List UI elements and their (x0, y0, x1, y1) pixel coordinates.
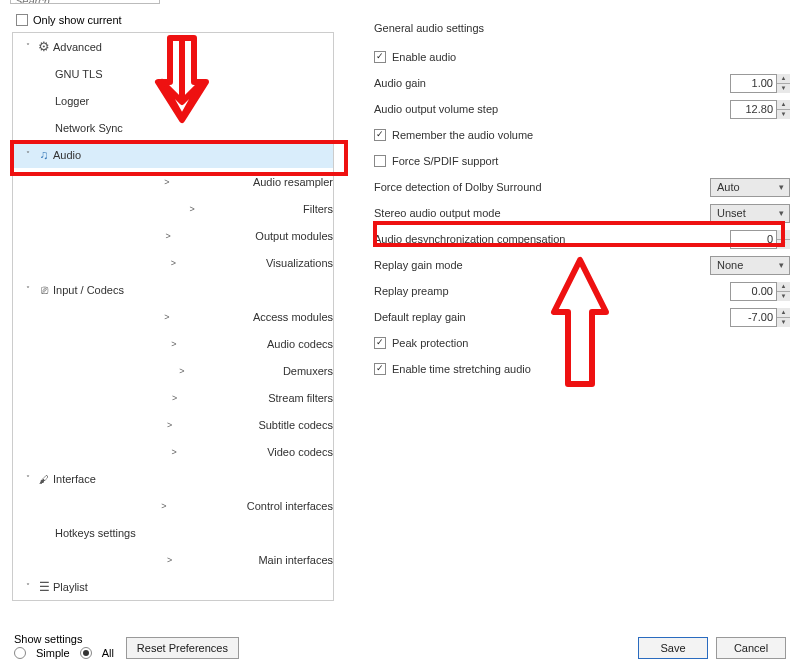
tree-caret-icon[interactable] (21, 582, 35, 591)
tree-item-main-interfaces[interactable]: Main interfaces (13, 546, 333, 573)
tree-caret-icon[interactable] (41, 258, 266, 268)
tree-item-interface[interactable]: Interface (13, 465, 333, 492)
tree-item-visualizations[interactable]: Visualizations (13, 249, 333, 276)
checkbox-force-s-pdif-support[interactable] (374, 155, 386, 167)
tree-item-label: Output modules (255, 230, 333, 242)
number-input-audio-gain[interactable]: 1.00▲▼ (730, 74, 790, 93)
tree-caret-icon[interactable] (21, 285, 35, 294)
field-remember-the-audio-volume: Remember the audio volume (374, 122, 792, 148)
field-label: Replay gain mode (374, 259, 463, 271)
tree-item-advanced[interactable]: Advanced (13, 33, 333, 60)
tree-item-label: Input / Codecs (53, 284, 124, 296)
tree-item-playlist[interactable]: Playlist (13, 573, 333, 600)
field-audio-desynchronization-compensation: Audio desynchronization compensation0▲▼ (374, 226, 792, 252)
spinner-buttons[interactable]: ▲▼ (776, 308, 790, 327)
tree-caret-icon[interactable] (41, 312, 253, 322)
tree-item-subtitle-codecs[interactable]: Subtitle codecs (13, 411, 333, 438)
tree-item-label: Demuxers (283, 365, 333, 377)
tree-item-hotkeys-settings[interactable]: Hotkeys settings (13, 519, 333, 546)
tree-caret-icon[interactable] (41, 177, 253, 187)
tree-item-label: Subtitle codecs (258, 419, 333, 431)
dropdown-value: Unset (717, 207, 746, 219)
field-label: Default replay gain (374, 311, 466, 323)
settings-tree: AdvancedGNU TLSLoggerNetwork SyncAudioAu… (12, 32, 334, 601)
tree-item-demuxers[interactable]: Demuxers (13, 357, 333, 384)
tree-caret-icon[interactable] (41, 555, 258, 565)
tree-caret-icon[interactable] (41, 231, 255, 241)
settings-heading: General audio settings (374, 22, 792, 34)
checkbox-remember-the-audio-volume[interactable] (374, 129, 386, 141)
show-settings-title: Show settings (14, 633, 114, 645)
spinner-buttons[interactable]: ▲▼ (776, 230, 790, 249)
field-force-detection-of-dolby-surround: Force detection of Dolby SurroundAuto (374, 174, 792, 200)
radio-simple[interactable] (14, 647, 26, 659)
tree-item-input-codecs[interactable]: Input / Codecs (13, 276, 333, 303)
field-label: Remember the audio volume (392, 129, 533, 141)
search-input[interactable]: Search (10, 0, 160, 4)
field-stereo-audio-output-mode: Stereo audio output modeUnset (374, 200, 792, 226)
field-label: Audio desynchronization compensation (374, 233, 565, 245)
spinner-buttons[interactable]: ▲▼ (776, 282, 790, 301)
reset-preferences-button[interactable]: Reset Preferences (126, 637, 239, 659)
dropdown-force-detection-of-dolby-surround[interactable]: Auto (710, 178, 790, 197)
tree-caret-icon[interactable] (41, 501, 247, 511)
tree-caret-icon[interactable] (21, 474, 35, 483)
tree-item-label: Audio codecs (267, 338, 333, 350)
tree-caret-icon[interactable] (41, 339, 267, 349)
checkbox-enable-audio[interactable] (374, 51, 386, 63)
tree-item-stream-filters[interactable]: Stream filters (13, 384, 333, 411)
dropdown-value: Auto (717, 181, 740, 193)
tree-item-audio-codecs[interactable]: Audio codecs (13, 330, 333, 357)
tree-caret-icon[interactable] (41, 366, 283, 376)
audio-icon (35, 148, 53, 162)
tree-caret-icon[interactable] (21, 42, 35, 51)
tree-caret-icon[interactable] (41, 420, 258, 430)
only-show-current-label: Only show current (33, 14, 122, 26)
checkbox-enable-time-stretching-audio[interactable] (374, 363, 386, 375)
tree-item-label: Advanced (53, 41, 102, 53)
tree-item-label: Stream filters (268, 392, 333, 404)
only-show-current-checkbox[interactable] (16, 14, 28, 26)
tree-item-network-sync[interactable]: Network Sync (13, 114, 333, 141)
radio-all[interactable] (80, 647, 92, 659)
tree-caret-icon[interactable] (21, 150, 35, 159)
tree-item-logger[interactable]: Logger (13, 87, 333, 114)
tree-item-label: Visualizations (266, 257, 333, 269)
tree-item-video-codecs[interactable]: Video codecs (13, 438, 333, 465)
tree-item-filters[interactable]: Filters (13, 195, 333, 222)
field-label: Enable audio (392, 51, 456, 63)
checkbox-peak-protection[interactable] (374, 337, 386, 349)
field-enable-time-stretching-audio: Enable time stretching audio (374, 356, 792, 382)
save-button[interactable]: Save (638, 637, 708, 659)
tree-item-label: Hotkeys settings (55, 527, 136, 539)
dropdown-stereo-audio-output-mode[interactable]: Unset (710, 204, 790, 223)
settings-tree-scroll[interactable]: AdvancedGNU TLSLoggerNetwork SyncAudioAu… (13, 33, 333, 600)
gear-icon (35, 39, 53, 54)
tree-item-audio-resampler[interactable]: Audio resampler (13, 168, 333, 195)
number-input-replay-preamp[interactable]: 0.00▲▼ (730, 282, 790, 301)
tree-item-label: Interface (53, 473, 96, 485)
tree-caret-icon[interactable] (41, 204, 303, 214)
tree-item-output-modules[interactable]: Output modules (13, 222, 333, 249)
tree-item-access-modules[interactable]: Access modules (13, 303, 333, 330)
field-label: Peak protection (392, 337, 468, 349)
field-default-replay-gain: Default replay gain-7.00▲▼ (374, 304, 792, 330)
tree-item-label: Video codecs (267, 446, 333, 458)
tree-caret-icon[interactable] (41, 393, 268, 403)
cancel-button[interactable]: Cancel (716, 637, 786, 659)
number-input-audio-desynchronization-compensation[interactable]: 0▲▼ (730, 230, 790, 249)
field-label: Enable time stretching audio (392, 363, 531, 375)
dropdown-value: None (717, 259, 743, 271)
spinner-buttons[interactable]: ▲▼ (776, 74, 790, 93)
show-settings-group: Show settings Simple All (14, 633, 114, 659)
number-input-audio-output-volume-step[interactable]: 12.80▲▼ (730, 100, 790, 119)
tree-caret-icon[interactable] (41, 447, 267, 457)
dropdown-replay-gain-mode[interactable]: None (710, 256, 790, 275)
field-force-s-pdif-support: Force S/PDIF support (374, 148, 792, 174)
tree-item-audio[interactable]: Audio (13, 141, 333, 168)
tree-item-gnu-tls[interactable]: GNU TLS (13, 60, 333, 87)
tree-item-control-interfaces[interactable]: Control interfaces (13, 492, 333, 519)
spinner-buttons[interactable]: ▲▼ (776, 100, 790, 119)
number-input-default-replay-gain[interactable]: -7.00▲▼ (730, 308, 790, 327)
tree-item-label: Access modules (253, 311, 333, 323)
